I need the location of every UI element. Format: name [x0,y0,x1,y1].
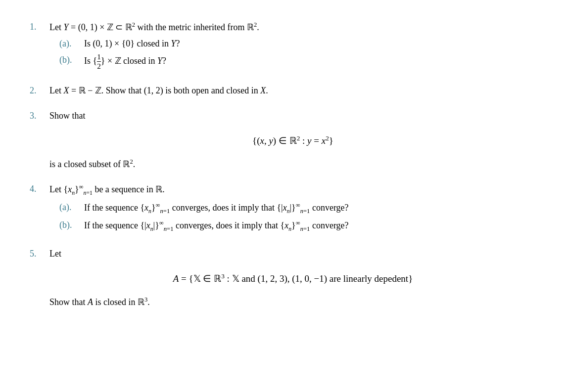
problem-1: 1. Let Y = (0, 1) × ℤ ⊂ ℝ2 with the metr… [30,20,536,73]
problem-1-content: Let Y = (0, 1) × ℤ ⊂ ℝ2 with the metric … [49,20,536,73]
problem-4b: (b). If the sequence {|xn|}∞n=1 converge… [59,218,536,234]
problem-number-3: 3. [30,109,49,171]
problem-3-closing: is a closed subset of ℝ2. [49,157,536,172]
problem-5-intro: Let [49,249,61,259]
problem-1-sublist: (a). Is (0, 1) × {0} closed in Y? (b). I… [59,37,536,71]
problem-4-sublist: (a). If the sequence {xn}∞n=1 converges,… [59,200,536,234]
problem-5-display-math: A = {𝕏 ∈ ℝ3 : 𝕏 and (1, 2, 3), (1, 0, −1… [49,271,536,287]
problem-5: 5. Let A = {𝕏 ∈ ℝ3 : 𝕏 and (1, 2, 3), (1… [30,247,536,309]
problem-3-display-math: {(x, y) ∈ ℝ2 : y = x2} [49,133,536,149]
problem-5-closing: Show that A is closed in ℝ3. [49,295,536,309]
problem-2: 2. Let X = ℝ − ℤ. Show that (1, 2) is bo… [30,84,536,98]
problem-number-4: 4. [30,182,49,236]
problem-2-content: Let X = ℝ − ℤ. Show that (1, 2) is both … [49,84,536,98]
problem-4: 4. Let {xn}∞n=1 be a sequence in ℝ. (a).… [30,182,536,236]
problem-number-1: 1. [30,20,49,73]
problem-1b: (b). Is {12} × ℤ closed in Y? [59,53,536,71]
problem-1a: (a). Is (0, 1) × {0} closed in Y? [59,37,536,51]
problem-4b-text: If the sequence {|xn|}∞n=1 converges, do… [84,218,349,234]
problem-4-text: Let {xn}∞n=1 be a sequence in ℝ. [49,184,165,194]
problem-2-text: Let X = ℝ − ℤ. Show that (1, 2) is both … [49,86,268,95]
problem-4a-text: If the sequence {xn}∞n=1 converges, does… [84,200,349,216]
problem-4b-label: (b). [59,218,84,234]
problem-1-text: Let Y = (0, 1) × ℤ ⊂ ℝ2 with the metric … [49,22,259,32]
problem-4a-label: (a). [59,200,84,216]
problem-1b-label: (b). [59,53,84,71]
problem-number-5: 5. [30,247,49,309]
problem-3-intro: Show that [49,111,86,121]
problem-1b-text: Is {12} × ℤ closed in Y? [84,53,166,71]
problem-1a-label: (a). [59,37,84,51]
problem-3: 3. Show that {(x, y) ∈ ℝ2 : y = x2} is a… [30,109,536,171]
problem-5-content: Let A = {𝕏 ∈ ℝ3 : 𝕏 and (1, 2, 3), (1, 0… [49,247,536,309]
problem-3-content: Show that {(x, y) ∈ ℝ2 : y = x2} is a cl… [49,109,536,171]
problem-4-content: Let {xn}∞n=1 be a sequence in ℝ. (a). If… [49,182,536,236]
problem-list: 1. Let Y = (0, 1) × ℤ ⊂ ℝ2 with the metr… [30,20,536,309]
problem-4a: (a). If the sequence {xn}∞n=1 converges,… [59,200,536,216]
problem-1a-text: Is (0, 1) × {0} closed in Y? [84,37,180,51]
problem-number-2: 2. [30,84,49,98]
